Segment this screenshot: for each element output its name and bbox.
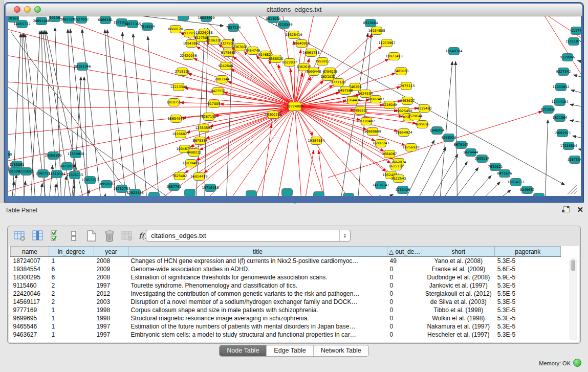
scrollbar-thumb[interactable] (571, 260, 575, 271)
table-cell[interactable]: Wolkin et al. (1998) (422, 314, 495, 322)
memory-ok-indicator[interactable] (573, 359, 581, 367)
select-all-columns-icon[interactable] (48, 229, 63, 243)
column-header-year[interactable]: year (94, 247, 128, 257)
table-cell[interactable]: 5.9E-5 (495, 273, 561, 281)
table-cell[interactable]: Estimation of the future numbers of pati… (128, 322, 387, 331)
table-cell[interactable]: 6 (49, 273, 94, 281)
graph-node[interactable] (185, 189, 195, 196)
table-options-icon[interactable] (12, 229, 28, 243)
column-header-title[interactable]: title (128, 247, 387, 257)
table-row[interactable]: 1456911722003Disruption of a novel membe… (11, 298, 561, 306)
table-cell[interactable]: 1 (49, 257, 94, 265)
table-cell[interactable]: 49 (387, 257, 422, 265)
table-cell[interactable]: Genome-wide association studies in ADHD. (128, 265, 387, 273)
table-cell[interactable]: 19384554 (11, 265, 49, 273)
table-cell[interactable]: Changes of HCN gene expression and I(f) … (128, 257, 387, 265)
table-cell[interactable]: 0 (387, 265, 422, 273)
table-cell[interactable]: 1 (49, 331, 94, 339)
table-cell[interactable]: Disruption of a novel member of a sodium… (128, 298, 387, 306)
table-cell[interactable]: 9699695 (11, 314, 49, 322)
window-titlebar[interactable]: citations_edges.txt (6, 4, 582, 16)
graph-node[interactable] (282, 189, 293, 196)
table-cell[interactable]: 14569117 (11, 298, 49, 306)
graph-node[interactable] (343, 193, 354, 196)
table-cell[interactable]: Nakamura et al. (1997) (422, 322, 495, 331)
table-cell[interactable]: 9115460 (11, 281, 49, 290)
table-row[interactable]: 1830029562008Estimation of significance … (11, 273, 561, 281)
table-cell[interactable]: 1997 (94, 281, 128, 290)
tab-network-table[interactable]: Network Table (313, 345, 368, 356)
table-cell[interactable]: 9465546 (11, 322, 49, 331)
table-row[interactable]: 1872400712008Changes of HCN gene express… (11, 257, 561, 265)
column-header-pagerank[interactable]: pagerank (495, 247, 561, 257)
table-cell[interactable]: 1 (49, 322, 94, 331)
table-row[interactable]: 946362711997Embryonic stem cells: a mode… (11, 331, 561, 339)
graph-node[interactable] (534, 193, 545, 196)
table-cell[interactable]: 5.3E-5 (495, 298, 561, 306)
table-row[interactable]: 977716911998Corpus callosum shape and si… (11, 306, 561, 314)
column-header-name[interactable]: name (11, 247, 49, 257)
table-cell[interactable]: de Silva et al. (2003) (422, 298, 495, 306)
table-cell[interactable]: 2012 (94, 290, 128, 298)
table-cell[interactable]: Jankovic et al. (1997) (422, 281, 495, 290)
table-vertical-scrollbar[interactable] (570, 258, 577, 340)
table-cell[interactable]: Stergiakouli et al. (2012) (422, 290, 495, 298)
canvas-resize-grip-icon[interactable] (568, 185, 577, 194)
graph-node[interactable] (246, 191, 257, 196)
table-cell[interactable]: 0 (387, 306, 422, 314)
graph-node[interactable] (178, 16, 189, 21)
table-cell[interactable]: Investigating the contribution of common… (128, 290, 387, 298)
column-header-in_degree[interactable]: in_degree (49, 247, 94, 257)
table-cell[interactable]: 1997 (94, 331, 128, 339)
panel-divider-handle[interactable]: ⌃ (292, 203, 298, 207)
table-cell[interactable]: Structural magnetic resonance image aver… (128, 314, 387, 322)
table-row[interactable]: 946554611997Estimation of the future num… (11, 322, 561, 331)
close-panel-icon[interactable]: ✕ (577, 205, 583, 214)
table-cell[interactable]: 5.3E-5 (495, 331, 561, 339)
table-cell[interactable]: 2003 (94, 298, 128, 306)
table-cell[interactable]: Franke et al. (2009) (422, 265, 495, 273)
table-cell[interactable]: 1997 (94, 322, 128, 331)
table-cell[interactable]: 2 (49, 290, 94, 298)
create-table-icon[interactable] (84, 229, 99, 243)
network-canvas[interactable]: 1872400786601288912955182260589127508818… (8, 16, 581, 196)
table-cell[interactable]: 2 (49, 281, 94, 290)
delete-table-icon[interactable] (102, 229, 117, 243)
table-cell[interactable]: 5.3E-5 (495, 314, 561, 322)
graph-node[interactable] (149, 192, 160, 196)
table-cell[interactable]: 22420046 (11, 290, 49, 298)
table-cell[interactable]: 2008 (94, 273, 128, 281)
graph-node[interactable] (314, 192, 324, 196)
table-select-dropdown[interactable]: citations_edges.txt ▲▼ (146, 230, 351, 242)
row-height-icon[interactable] (66, 229, 81, 243)
table-row[interactable]: 911546021997Tourette syndrome. Phenomeno… (11, 281, 561, 290)
table-cell[interactable]: Hescheler et al. (1997) (422, 331, 495, 339)
table-cell[interactable]: Yano et al. (2008) (422, 257, 495, 265)
column-header-out_de[interactable]: △ out_de… (387, 247, 422, 257)
table-cell[interactable]: 9777169 (11, 306, 49, 314)
table-cell[interactable]: 6 (49, 265, 94, 273)
table-cell[interactable]: 0 (387, 331, 422, 339)
table-cell[interactable]: 5.3E-5 (495, 322, 561, 331)
table-cell[interactable]: 5.6E-5 (495, 265, 561, 273)
table-cell[interactable]: 0 (387, 273, 422, 281)
table-cell[interactable]: 5.5E-5 (495, 290, 561, 298)
float-panel-icon[interactable] (562, 206, 570, 213)
table-cell[interactable]: Estimation of significance thresholds fo… (128, 273, 387, 281)
table-cell[interactable]: Tibbo et al. (1998) (422, 306, 495, 314)
column-header-short[interactable]: short (422, 247, 495, 257)
table-cell[interactable]: 5.3E-5 (495, 306, 561, 314)
table-cell[interactable]: 2008 (94, 257, 128, 265)
table-cell[interactable]: 1998 (94, 314, 128, 322)
table-cell[interactable]: 1 (49, 314, 94, 322)
table-cell[interactable]: Dudbridge et al. (2008) (422, 273, 495, 281)
table-cell[interactable]: 0 (387, 281, 422, 290)
table-cell[interactable]: 0 (387, 290, 422, 298)
table-cell[interactable]: Embryonic stem cells: a model to study s… (128, 331, 387, 339)
table-cell[interactable]: 0 (387, 314, 422, 322)
table-cell[interactable]: 9463627 (11, 331, 49, 339)
table-row[interactable]: 969969511998Structural magnetic resonanc… (11, 314, 561, 322)
table-cell[interactable]: 5.3E-5 (495, 281, 561, 290)
table-cell[interactable]: 1 (49, 306, 94, 314)
table-row[interactable]: 2242004622012Investigating the contribut… (11, 290, 561, 298)
